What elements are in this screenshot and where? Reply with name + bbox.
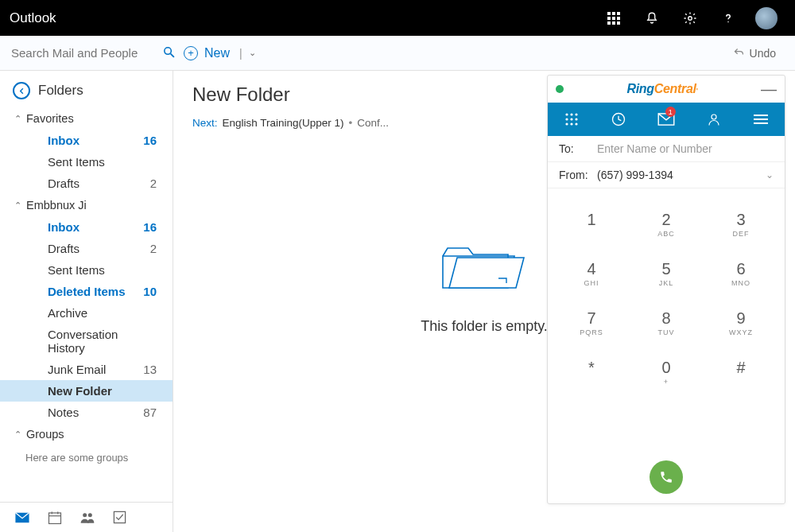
folder-name: Sent Items [48,155,105,169]
key-letters: GHI [584,279,599,287]
svg-rect-7 [612,21,615,25]
dialpad-key[interactable]: * [554,348,629,397]
dialpad-key[interactable]: 3DEF [704,200,778,249]
dialpad-key[interactable]: 5JKL [629,249,704,298]
folder-count: 16 [143,134,157,147]
avatar[interactable] [747,0,785,36]
rc-tab-contacts[interactable] [690,103,738,136]
folder-name: Sent Items [48,263,105,277]
folder-item[interactable]: Sent Items [0,151,173,173]
call-button[interactable] [650,460,683,494]
key-digit: # [736,359,745,377]
people-icon[interactable] [80,511,95,524]
key-letters: ABC [657,230,675,238]
folder-item[interactable]: Inbox16 [0,216,173,238]
rc-tab-menu[interactable] [737,103,785,136]
rc-tabs: 1 [548,103,785,136]
svg-point-18 [83,513,87,517]
rc-logo: RingCentral' [626,82,697,96]
rc-from-value: (657) 999-1394 [597,169,766,181]
folder-item[interactable]: Inbox16 [0,130,173,151]
undo-button[interactable]: Undo [714,47,795,60]
key-digit: 6 [736,260,745,278]
folder-name: New Folder [48,384,112,398]
dialpad-key[interactable]: 6MNO [704,249,778,298]
dialpad-key[interactable]: 7PQRS [554,298,629,348]
chevron-down-icon[interactable]: ⌄ [766,169,774,181]
search-box[interactable] [0,36,173,71]
chevron-up-icon: ⌃ [14,200,21,211]
svg-point-24 [570,113,572,115]
help-icon[interactable] [709,0,747,36]
dialpad-key[interactable]: 4GHI [554,249,629,298]
app-launcher-icon[interactable] [595,0,633,36]
svg-point-27 [570,118,572,120]
svg-rect-3 [607,17,611,20]
notifications-icon[interactable] [633,0,671,36]
dialpad-key[interactable]: 1 [554,200,629,249]
key-letters: MNO [731,279,750,287]
app-title: Outlook [10,10,595,26]
svg-point-19 [88,513,92,517]
folder-item[interactable]: Drafts2 [0,238,173,259]
key-digit: 2 [661,211,670,229]
rc-to-input[interactable] [597,142,774,155]
rc-from-row[interactable]: From: (657) 999-1394 ⌄ [548,161,785,188]
key-letters: WXYZ [729,328,753,336]
account-list: Inbox16Drafts2Sent ItemsDeleted Items10A… [0,216,173,423]
dialpad-key[interactable]: 8TUV [629,298,704,348]
svg-rect-0 [607,12,611,15]
empty-folder-icon [436,240,532,296]
dialpad-key[interactable]: # [704,348,778,397]
folder-name: Inbox [48,220,80,234]
svg-point-25 [575,113,577,115]
groups-hint: Here are some groups [0,445,173,470]
folder-item[interactable]: Sent Items [0,259,173,281]
rc-tab-dialpad[interactable] [548,103,595,136]
folder-item[interactable]: Notes87 [0,402,173,423]
key-letters: + [664,378,669,386]
section-groups[interactable]: ⌃ Groups [0,423,173,445]
search-input[interactable] [11,46,162,60]
key-digit: 3 [736,211,745,229]
minimize-icon[interactable]: — [761,85,777,93]
folder-item[interactable]: Conversation History [0,324,173,359]
back-icon[interactable] [13,82,30,99]
folder-item[interactable]: Archive [0,302,173,324]
new-button[interactable]: + New | ⌄ [173,36,267,70]
key-digit: 4 [587,260,595,278]
settings-icon[interactable] [671,0,709,36]
chevron-down-icon[interactable]: ⌄ [249,48,256,58]
rc-tab-messages[interactable]: 1 [642,103,690,136]
messages-badge: 1 [665,107,676,117]
svg-point-30 [570,122,572,125]
section-account[interactable]: ⌃ Embbnux Ji [0,194,173,216]
dialpad-key[interactable]: 0+ [629,348,704,397]
chevron-up-icon: ⌃ [14,114,21,124]
undo-icon [733,47,745,59]
rc-tab-history[interactable] [595,103,643,136]
topbar-icons [595,0,785,36]
calendar-icon[interactable] [48,511,62,525]
tasks-icon[interactable] [113,511,126,524]
key-letters: TUV [658,328,675,336]
svg-point-34 [712,115,716,119]
next-title: English Training(Upper 1) [223,117,344,129]
key-digit: 1 [587,211,595,229]
svg-rect-5 [617,17,620,20]
section-favorites[interactable]: ⌃ Favorites [0,107,173,130]
folder-item[interactable]: Deleted Items10 [0,281,173,302]
dialpad-key[interactable]: 2ABC [629,200,704,249]
folder-name: Conversation History [48,328,157,355]
svg-point-11 [165,47,172,54]
folder-name: Notes [48,406,79,419]
folder-name: Junk Email [48,363,106,376]
folder-item[interactable]: Drafts2 [0,173,173,194]
folder-name: Drafts [48,242,80,255]
folder-item[interactable]: New Folder [0,380,173,402]
mail-icon[interactable] [14,512,30,523]
folder-item[interactable]: Junk Email13 [0,359,173,380]
next-location: Conf... [357,117,389,129]
folder-count: 2 [150,177,157,190]
dialpad-key[interactable]: 9WXYZ [704,298,778,348]
